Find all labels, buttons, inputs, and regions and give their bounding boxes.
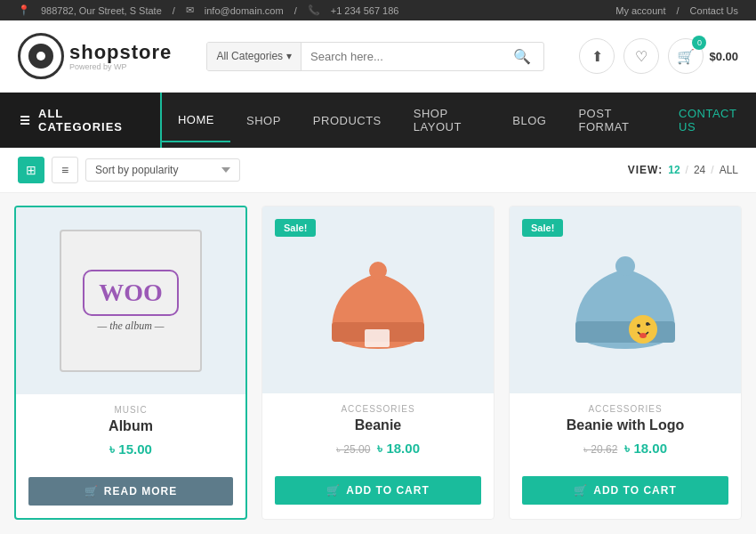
- all-categories-menu[interactable]: ☰ ALL CATEGORIES: [0, 93, 162, 148]
- logo-icon: [18, 33, 64, 79]
- all-categories-label: ALL CATEGORIES: [38, 107, 141, 134]
- search-bar: All Categories ▾ 🔍: [206, 42, 544, 71]
- my-account-link[interactable]: My account: [615, 5, 665, 16]
- top-bar-left: 📍 988782, Our Street, S State / ✉ info@d…: [18, 4, 398, 16]
- top-bar-right: My account / Contact Us: [615, 5, 738, 16]
- product-image-wrap-2: Sale!: [262, 206, 494, 393]
- product-actions-3: 🛒 ADD TO CART: [510, 476, 741, 517]
- product-name-1: Album: [28, 418, 233, 434]
- svg-rect-5: [575, 321, 675, 343]
- nav-contact-us[interactable]: CONTACT US: [663, 93, 756, 148]
- phone: +1 234 567 186: [331, 5, 399, 16]
- product-actions-1: 🛒 READ MORE: [16, 477, 245, 518]
- product-price-1: ৳ 15.00: [28, 441, 233, 457]
- view-count-24[interactable]: 24: [694, 164, 705, 176]
- toolbar-left: ⊞ ≡ Sort by popularity Sort by latest So…: [18, 157, 240, 183]
- address: 988782, Our Street, S State: [41, 5, 162, 16]
- product-actions-2: 🛒 ADD TO CART: [262, 476, 494, 517]
- logo-sub: Powered by WP: [69, 62, 172, 71]
- location-icon: 📍: [18, 4, 30, 16]
- add-to-cart-label-3: ADD TO CART: [593, 484, 676, 497]
- header: shopstore Powered by WP All Categories ▾…: [0, 20, 756, 93]
- product-info-1: MUSIC Album ৳ 15.00: [16, 394, 245, 477]
- svg-point-7: [629, 315, 657, 344]
- cart-icon: 🛒: [677, 48, 695, 65]
- product-price-2: ৳ 25.00 ৳ 18.00: [275, 441, 481, 457]
- nav-blog[interactable]: BLOG: [496, 100, 562, 142]
- phone-icon: 📞: [308, 4, 320, 16]
- price-old-2: ৳ 25.00: [336, 443, 370, 456]
- top-bar: 📍 988782, Our Street, S State / ✉ info@d…: [0, 0, 756, 20]
- header-icons: ⬆ ♡ 🛒 0 $0.00: [579, 38, 738, 74]
- add-to-cart-label-2: ADD TO CART: [346, 484, 429, 497]
- sale-badge-3: Sale!: [522, 219, 563, 237]
- svg-point-3: [369, 262, 387, 279]
- cart-icon-sm: 🛒: [84, 485, 99, 498]
- nav-home[interactable]: HOME: [162, 99, 230, 142]
- nav-links: HOME SHOP PRODUCTS SHOP LAYOUT BLOG POST…: [162, 93, 756, 148]
- sale-badge-2: Sale!: [275, 219, 316, 237]
- cart-badge: 0: [692, 36, 706, 50]
- toolbar: ⊞ ≡ Sort by popularity Sort by latest So…: [0, 148, 756, 193]
- product-name-3: Beanie with Logo: [522, 417, 728, 433]
- list-view-button[interactable]: ≡: [52, 157, 78, 183]
- search-input[interactable]: [302, 43, 501, 70]
- cart-icon-sm-3: 🛒: [574, 484, 588, 497]
- cart-button[interactable]: 🛒 0: [668, 38, 704, 74]
- upload-button[interactable]: ⬆: [579, 38, 615, 74]
- category-dropdown[interactable]: All Categories ▾: [207, 43, 302, 70]
- logo-name: shopstore: [69, 41, 172, 64]
- read-more-button-1[interactable]: 🛒 READ MORE: [28, 477, 233, 506]
- list-icon: ≡: [61, 163, 68, 177]
- price-old-3: ৳ 20.62: [583, 443, 617, 456]
- toolbar-right: VIEW: 12 / 24 / ALL: [628, 164, 738, 176]
- logo[interactable]: shopstore Powered by WP: [18, 33, 172, 79]
- products-grid: WOO — the album — MUSIC Album ৳ 15.00 🛒 …: [14, 206, 742, 520]
- product-price-3: ৳ 20.62 ৳ 18.00: [522, 441, 728, 457]
- product-category-1: MUSIC: [28, 405, 233, 415]
- product-image-wrap-1: WOO — the album —: [16, 207, 245, 394]
- product-card-2: Sale! ACCESSORIES Beanie: [261, 206, 495, 520]
- product-info-2: ACCESSORIES Beanie ৳ 25.00 ৳ 18.00: [262, 393, 494, 476]
- svg-point-10: [639, 333, 647, 338]
- svg-point-8: [637, 324, 640, 328]
- chevron-down-icon: ▾: [286, 50, 292, 62]
- category-label: All Categories: [216, 50, 283, 62]
- product-info-3: ACCESSORIES Beanie with Logo ৳ 20.62 ৳ 1…: [510, 393, 741, 476]
- cart-price: $0.00: [709, 50, 738, 63]
- email-icon: ✉: [186, 4, 194, 16]
- heart-icon: ♡: [635, 48, 647, 65]
- nav-products[interactable]: PRODUCTS: [297, 100, 398, 142]
- search-button[interactable]: 🔍: [501, 43, 543, 70]
- beanie-blue-image: [563, 233, 688, 367]
- view-count-12[interactable]: 12: [668, 164, 680, 176]
- grid-view-button[interactable]: ⊞: [18, 157, 44, 183]
- svg-rect-2: [365, 329, 390, 347]
- view-label: VIEW:: [628, 164, 663, 176]
- woo-text: WOO: [83, 270, 179, 316]
- product-image-wrap-3: Sale!: [510, 206, 741, 393]
- email: info@domain.com: [205, 5, 284, 16]
- logo-icon-inner: [28, 44, 53, 69]
- nav-shop-layout[interactable]: SHOP LAYOUT: [398, 93, 497, 148]
- woo-album-image: WOO — the album —: [60, 230, 202, 372]
- price-new-3: ৳ 18.00: [624, 441, 667, 456]
- sort-select[interactable]: Sort by popularity Sort by latest Sort b…: [85, 158, 240, 182]
- beanie-orange-image: [320, 233, 436, 367]
- svg-point-6: [615, 256, 635, 276]
- products-area: WOO — the album — MUSIC Album ৳ 15.00 🛒 …: [0, 193, 756, 532]
- price-new-1: ৳ 15.00: [109, 441, 152, 457]
- nav-shop[interactable]: SHOP: [230, 100, 297, 142]
- wishlist-button[interactable]: ♡: [623, 38, 659, 74]
- add-to-cart-button-2[interactable]: 🛒 ADD TO CART: [275, 476, 481, 505]
- view-count-all[interactable]: ALL: [720, 164, 738, 176]
- menu-icon: ☰: [20, 114, 31, 127]
- upload-icon: ⬆: [591, 48, 603, 65]
- cart-icon-sm-2: 🛒: [326, 484, 341, 497]
- product-card-3: Sale!: [509, 206, 742, 520]
- product-category-2: ACCESSORIES: [275, 404, 481, 414]
- add-to-cart-button-3[interactable]: 🛒 ADD TO CART: [522, 476, 728, 505]
- nav-post-format[interactable]: POST FORMAT: [562, 93, 663, 148]
- contact-us-link[interactable]: Contact Us: [690, 5, 738, 16]
- album-subtitle: — the album —: [98, 320, 165, 333]
